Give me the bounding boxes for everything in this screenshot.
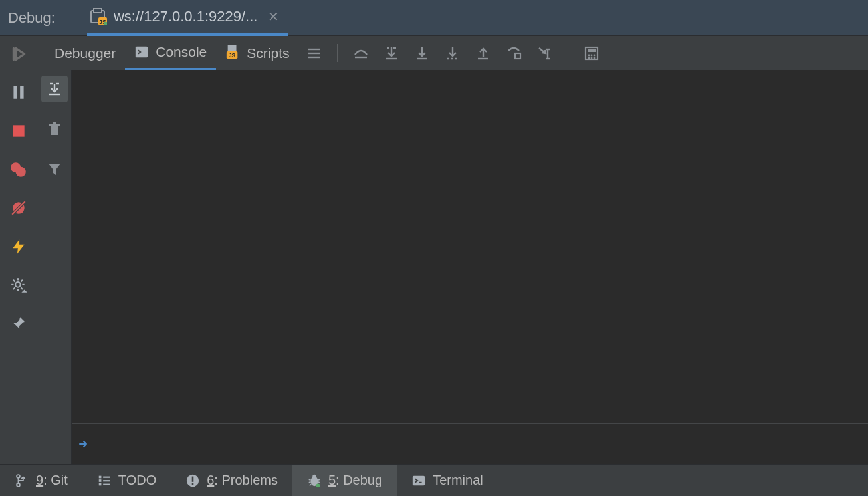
mute-breakpoints-button[interactable] [7,197,30,219]
tool-window-git[interactable]: 9: Git [0,465,82,496]
filter-button[interactable] [41,156,68,182]
tab-debugger-label: Debugger [54,45,116,61]
svg-rect-7 [13,125,24,136]
thread-dropdown-button[interactable] [301,41,326,66]
pin-tab-button[interactable] [7,312,30,335]
evaluate-expression-button[interactable] [579,41,604,66]
svg-point-79 [316,483,320,487]
svg-line-74 [318,479,320,480]
svg-rect-5 [13,86,17,99]
svg-rect-70 [192,483,194,485]
svg-point-51 [594,57,596,59]
separator-icon [337,44,338,62]
step-into-button[interactable] [379,41,404,66]
svg-line-19 [21,287,22,289]
tool-window-bar: 9: Git TODO 6: Problems 5: Debug Termina… [0,464,868,496]
debug-header: Debug: JS ws://127.0.0.1:9229/... ✕ [0,0,868,36]
debug-actions-strip [0,36,37,464]
svg-line-18 [13,280,14,281]
svg-rect-66 [103,480,110,481]
svg-rect-64 [99,483,102,485]
svg-rect-63 [99,479,102,482]
todo-label: TODO [118,473,156,488]
svg-rect-6 [20,86,23,99]
stop-button[interactable] [7,120,30,142]
console-panel [72,70,868,464]
tab-debugger[interactable]: Debugger [45,36,125,70]
svg-point-46 [588,54,590,56]
step-over-button[interactable] [348,41,374,66]
js-scripts-icon: JS [225,44,240,62]
terminal-label: Terminal [433,473,483,488]
debug-label: 5: Debug [328,473,382,488]
tab-scripts[interactable]: JS Scripts [216,36,298,70]
smart-step-into-button[interactable] [440,41,465,66]
scroll-to-end-button[interactable] [41,76,68,102]
svg-text:JS: JS [229,53,236,59]
pause-button[interactable] [7,81,30,104]
svg-point-59 [17,475,20,478]
svg-rect-67 [103,483,110,485]
tool-window-debug[interactable]: 5: Debug [292,465,397,496]
reconnect-button[interactable] [7,235,30,258]
svg-rect-57 [49,124,60,126]
debug-session-title: ws://127.0.0.1:9229/... [114,8,257,25]
tab-console[interactable]: Console [125,37,216,70]
problems-icon [185,473,200,488]
separator-icon [568,44,568,62]
svg-rect-69 [192,476,194,481]
svg-line-20 [13,287,14,289]
svg-point-9 [15,167,25,177]
debug-toolbar: Debugger Console JS Scripts [37,36,868,70]
run-to-cursor-button[interactable] [532,41,557,66]
svg-point-48 [594,54,596,56]
prompt-arrow-icon [78,439,89,449]
svg-rect-65 [103,476,110,477]
git-branch-icon [15,473,29,488]
rerun-button[interactable] [7,43,30,65]
svg-rect-45 [588,49,596,52]
console-input[interactable] [72,423,868,464]
view-breakpoints-button[interactable] [7,158,30,181]
js-debug-icon: JS [90,8,107,25]
svg-point-50 [591,57,593,59]
force-step-into-button[interactable] [409,41,435,66]
tool-window-terminal[interactable]: Terminal [397,465,498,496]
svg-line-21 [21,280,22,281]
terminal-icon [411,473,426,488]
svg-line-77 [310,484,312,485]
tool-window-problems[interactable]: 6: Problems [171,465,292,496]
console-output[interactable] [72,70,868,423]
svg-rect-40 [515,53,520,59]
console-icon [134,45,149,59]
tab-scripts-label: Scripts [247,45,289,61]
svg-point-13 [15,282,21,287]
debug-session-tab[interactable]: JS ws://127.0.0.1:9229/... ✕ [87,1,288,36]
problems-label: 6: Problems [207,473,278,488]
step-out-button[interactable] [471,41,496,66]
close-session-button[interactable]: ✕ [268,9,279,25]
svg-point-72 [312,474,316,478]
git-label: 9: Git [36,473,68,488]
svg-point-47 [591,54,593,56]
svg-rect-62 [99,475,102,478]
tool-window-todo[interactable]: TODO [82,465,171,496]
svg-point-49 [588,57,590,59]
svg-rect-1 [94,9,102,13]
debug-settings-button[interactable] [7,274,30,297]
svg-line-76 [318,481,320,482]
svg-line-73 [309,479,311,480]
todo-list-icon [97,473,112,488]
drop-frame-button[interactable] [501,41,526,66]
svg-rect-56 [51,126,58,135]
console-sidebar [37,70,72,464]
svg-rect-58 [53,122,56,124]
svg-rect-80 [413,475,425,485]
svg-line-75 [309,481,311,482]
svg-point-60 [17,483,20,487]
bug-icon [307,473,322,488]
debug-label: Debug: [8,9,55,27]
tab-console-label: Console [156,44,207,60]
clear-all-button[interactable] [41,116,68,142]
svg-rect-22 [136,47,148,58]
